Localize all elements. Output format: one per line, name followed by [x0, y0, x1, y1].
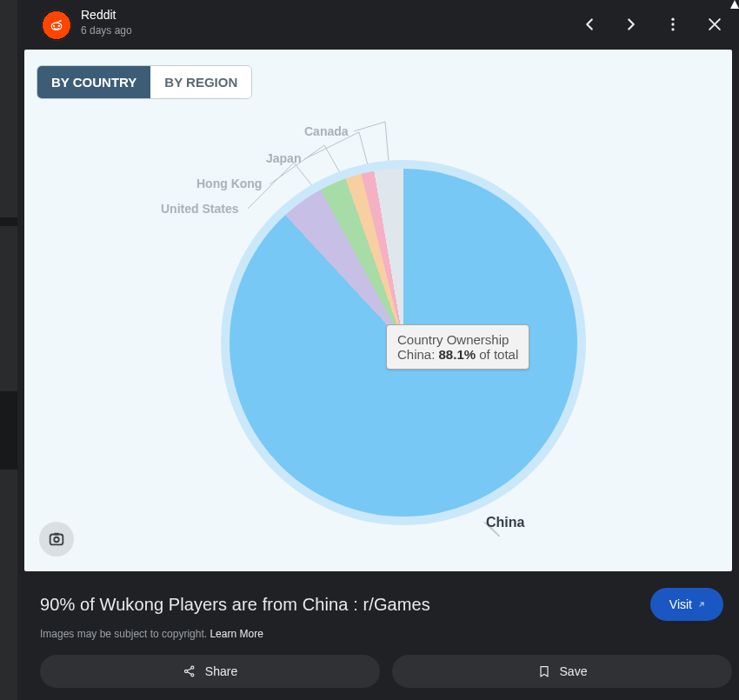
- slice-label-canada: Canada: [304, 124, 349, 138]
- tooltip-line: China: 88.1% of total: [397, 347, 518, 362]
- svg-point-2: [58, 25, 60, 27]
- more-button[interactable]: [654, 5, 692, 43]
- svg-point-1: [53, 25, 55, 27]
- share-icon: [183, 664, 196, 678]
- chevron-left-icon: [580, 15, 599, 34]
- image-title[interactable]: 90% of Wukong Players are from China : r…: [40, 595, 430, 615]
- svg-rect-10: [54, 533, 59, 536]
- close-button[interactable]: [696, 5, 734, 43]
- source-time: 6 days ago: [81, 23, 132, 38]
- slice-label-japan: Japan: [266, 151, 301, 165]
- svg-point-9: [54, 537, 59, 543]
- tooltip-title: Country Ownership: [397, 332, 518, 347]
- svg-point-7: [671, 28, 674, 30]
- reddit-icon: [48, 17, 65, 34]
- svg-point-0: [49, 17, 64, 33]
- viewer-header: Reddit 6 days ago: [17, 0, 739, 50]
- action-row: Share Save: [40, 655, 732, 688]
- chart-tabs: BY COUNTRY BY REGION: [37, 65, 252, 99]
- tab-by-region[interactable]: BY REGION: [150, 66, 251, 98]
- svg-point-11: [184, 670, 187, 672]
- prev-button[interactable]: [570, 5, 609, 43]
- svg-point-6: [671, 23, 674, 25]
- next-button[interactable]: [612, 5, 650, 43]
- svg-rect-8: [50, 535, 63, 545]
- slice-label-usa: United States: [161, 202, 238, 216]
- tab-by-country[interactable]: BY COUNTRY: [37, 66, 150, 98]
- source-text[interactable]: Reddit 6 days ago: [81, 7, 132, 38]
- close-icon: [706, 16, 723, 33]
- lens-icon: [47, 530, 66, 549]
- thumbnail[interactable]: [0, 470, 17, 700]
- source-avatar[interactable]: [41, 10, 72, 41]
- thumbnail-rail: [0, 0, 17, 700]
- svg-point-5: [671, 18, 674, 21]
- save-label: Save: [560, 664, 588, 678]
- copyright-notice: Images may be subject to copyright. Lear…: [40, 628, 263, 640]
- chart-tooltip: Country Ownership China: 88.1% of total: [386, 324, 529, 370]
- slice-label-hk: Hong Kong: [196, 177, 262, 190]
- learn-more-link[interactable]: Learn More: [210, 628, 263, 640]
- source-name: Reddit: [81, 7, 132, 23]
- external-icon: [697, 600, 706, 609]
- slice-label-china: China: [486, 515, 524, 530]
- visit-button[interactable]: Visit: [650, 588, 723, 621]
- thumbnail[interactable]: [0, 226, 17, 391]
- chart-image: BY COUNTRY BY REGION China United States…: [24, 50, 732, 571]
- share-label: Share: [205, 664, 237, 678]
- lens-button[interactable]: [39, 522, 74, 557]
- more-vert-icon: [664, 16, 682, 33]
- image-viewer: Reddit 6 days ago BY COUNTRY BY REGION: [17, 0, 739, 700]
- thumbnail[interactable]: [0, 0, 17, 217]
- svg-point-13: [191, 674, 194, 677]
- save-button[interactable]: Save: [392, 655, 732, 688]
- visit-label: Visit: [669, 597, 692, 611]
- svg-point-12: [191, 666, 194, 669]
- bookmark-icon: [537, 664, 551, 678]
- chevron-right-icon: [622, 15, 641, 34]
- share-button[interactable]: Share: [40, 655, 380, 688]
